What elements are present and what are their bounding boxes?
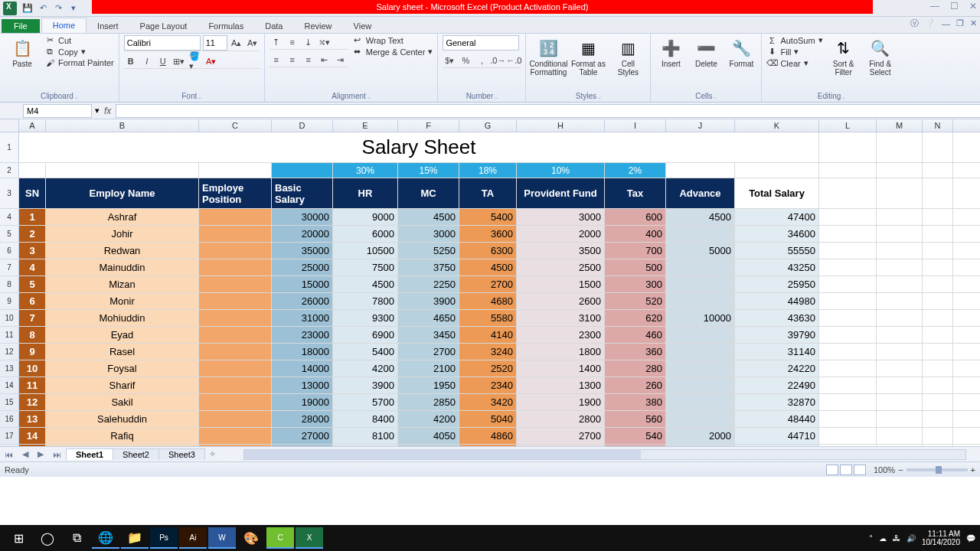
cell[interactable] (877, 360, 923, 377)
tab-file[interactable]: File (2, 19, 40, 33)
cell[interactable]: 3900 (398, 293, 459, 309)
cell[interactable] (923, 226, 953, 242)
cell[interactable]: 7 (19, 310, 46, 326)
cell[interactable]: 280 (605, 360, 666, 377)
col-header[interactable]: N (923, 119, 953, 132)
cell[interactable]: 4140 (459, 327, 517, 343)
cell[interactable] (819, 327, 877, 343)
help-icon[interactable]: ❔ (925, 18, 936, 28)
cell[interactable]: 4680 (459, 293, 517, 309)
cell[interactable] (819, 243, 877, 259)
cell[interactable] (877, 411, 923, 427)
cell[interactable] (877, 243, 923, 259)
cell[interactable]: 10500 (333, 243, 398, 259)
page-layout-view-icon[interactable] (840, 465, 852, 475)
cell[interactable] (199, 209, 272, 225)
cell[interactable]: 3450 (398, 327, 459, 343)
row-header[interactable]: 17 (0, 428, 19, 445)
cell[interactable]: 30000 (272, 209, 333, 225)
cell[interactable] (666, 394, 735, 410)
illustrator-icon[interactable]: Ai (179, 527, 207, 549)
close-button[interactable]: ✕ (969, 1, 977, 11)
cell[interactable]: 4500 (459, 259, 517, 276)
cell[interactable]: 4 (19, 259, 46, 276)
cell[interactable]: 8 (19, 327, 46, 343)
tab-formulas[interactable]: Formulas (198, 19, 254, 33)
cell[interactable] (877, 428, 923, 444)
currency-icon[interactable]: $▾ (443, 54, 456, 67)
cell[interactable]: 44710 (735, 428, 819, 444)
maximize-button[interactable]: ☐ (950, 1, 959, 11)
cell[interactable] (199, 276, 272, 292)
cell[interactable] (819, 163, 877, 178)
cell[interactable] (923, 293, 953, 309)
cell[interactable]: 15% (398, 163, 459, 178)
cell[interactable] (666, 360, 735, 377)
cell[interactable]: 32870 (735, 394, 819, 410)
cell[interactable]: 26000 (272, 293, 333, 309)
save-icon[interactable]: 💾 (21, 2, 34, 15)
cell[interactable]: 2300 (517, 327, 605, 343)
cell[interactable]: 43250 (735, 259, 819, 276)
cell[interactable] (923, 394, 953, 410)
cell[interactable] (877, 293, 923, 309)
cell[interactable] (923, 428, 953, 444)
col-header[interactable]: L (819, 119, 877, 132)
cell[interactable] (459, 445, 517, 446)
cell[interactable]: 10% (517, 163, 605, 178)
col-header[interactable]: F (398, 119, 459, 132)
conditional-formatting-button[interactable]: 🔢Conditional Formatting (531, 35, 566, 77)
row-header[interactable]: 7 (0, 259, 19, 276)
cell[interactable] (877, 132, 923, 162)
zoom-out-icon[interactable]: − (898, 465, 903, 474)
increase-decimal-icon[interactable]: .0→ (491, 54, 505, 67)
cell[interactable]: Redwan (46, 243, 199, 259)
cell[interactable] (923, 411, 953, 427)
cell[interactable] (199, 226, 272, 242)
window-restore-icon[interactable]: ❐ (956, 18, 964, 28)
cell[interactable]: 4860 (459, 428, 517, 444)
cell[interactable] (923, 377, 953, 393)
cell[interactable] (877, 445, 923, 446)
cell[interactable] (923, 344, 953, 360)
cell[interactable] (666, 411, 735, 427)
cell[interactable]: 5000 (666, 243, 735, 259)
cell[interactable] (199, 327, 272, 343)
tab-view[interactable]: View (343, 19, 383, 33)
row-header[interactable]: 14 (0, 377, 19, 394)
cell[interactable]: 460 (605, 327, 666, 343)
cell[interactable]: 380 (605, 394, 666, 410)
cell[interactable]: 12 (19, 394, 46, 410)
cell[interactable]: 1500 (517, 276, 605, 292)
cell[interactable]: 5580 (459, 310, 517, 326)
cell[interactable]: 3500 (517, 243, 605, 259)
cell[interactable]: 5250 (398, 243, 459, 259)
cell[interactable]: 6300 (459, 243, 517, 259)
tab-home[interactable]: Home (41, 18, 87, 33)
cell[interactable] (877, 163, 923, 178)
row-header[interactable]: 9 (0, 293, 19, 310)
cell[interactable]: 31000 (272, 310, 333, 326)
cell[interactable]: 24220 (735, 360, 819, 377)
formula-input[interactable] (116, 104, 980, 118)
cell[interactable]: 31140 (735, 344, 819, 360)
col-header[interactable]: A (19, 119, 46, 132)
cell[interactable] (199, 394, 272, 410)
decrease-font-icon[interactable]: A▾ (246, 36, 260, 50)
cell[interactable]: 2520 (459, 360, 517, 377)
cell[interactable]: Mainuddin (46, 259, 199, 276)
cell[interactable] (923, 132, 953, 162)
cell[interactable]: 43630 (735, 310, 819, 326)
cell[interactable]: 5700 (333, 394, 398, 410)
cell[interactable]: 48440 (735, 411, 819, 427)
cell[interactable] (199, 310, 272, 326)
cell[interactable] (199, 243, 272, 259)
cell[interactable]: 55550 (735, 243, 819, 259)
sheet-tab-2[interactable]: Sheet2 (113, 448, 159, 460)
paint-icon[interactable]: 🎨 (237, 527, 265, 549)
cell[interactable] (819, 344, 877, 360)
merge-center-button[interactable]: ⬌Merge & Center ▾ (352, 47, 433, 57)
cell[interactable]: 6000 (333, 226, 398, 242)
bold-button[interactable]: B (124, 54, 138, 68)
qat-dropdown-icon[interactable]: ▾ (67, 2, 80, 15)
